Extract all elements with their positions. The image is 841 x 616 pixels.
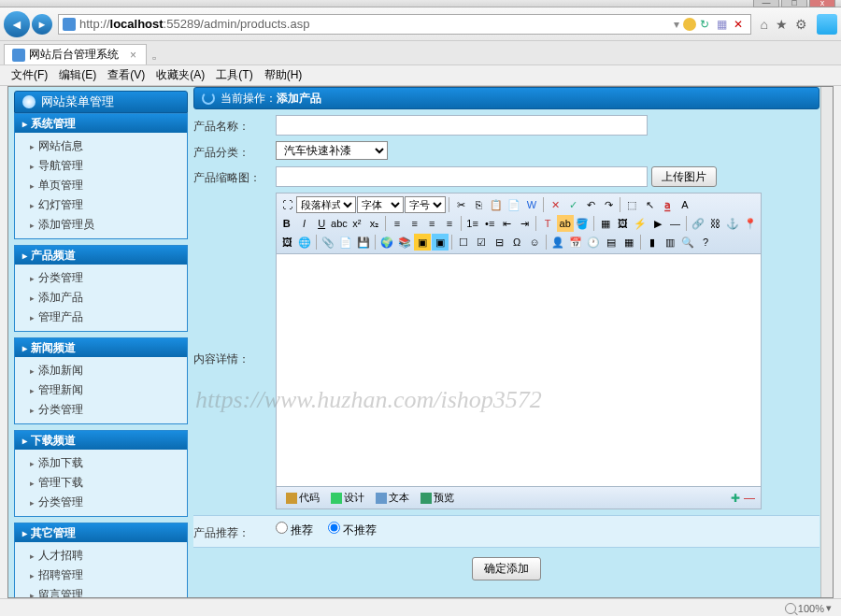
editor-collapse-icon[interactable]: — — [742, 492, 757, 505]
cut-icon[interactable]: ✂ — [452, 196, 469, 213]
indent-icon[interactable]: ⇥ — [517, 215, 534, 232]
outdent-icon[interactable]: ⇤ — [499, 215, 516, 232]
library-icon[interactable]: 📚 — [396, 234, 413, 251]
editor-tab-code[interactable]: 代码 — [280, 489, 325, 507]
form-icon[interactable]: ☐ — [455, 234, 472, 251]
paragraph-style-select[interactable]: 段落样式 — [296, 196, 356, 213]
close-window-button[interactable]: x — [809, 0, 835, 7]
home-icon[interactable]: ⌂ — [761, 17, 768, 32]
italic-icon[interactable]: I — [296, 215, 313, 232]
sidebar-item[interactable]: 留言管理 — [21, 585, 181, 597]
stop-icon[interactable]: ✕ — [734, 18, 747, 31]
text-color-icon[interactable]: T — [539, 215, 556, 232]
sidebar-group-header[interactable]: 产品频道 — [15, 246, 187, 265]
align-justify-icon[interactable]: ≡ — [441, 215, 458, 232]
new-tab-button[interactable]: ▫ — [147, 51, 162, 64]
subscript-icon[interactable]: x₂ — [366, 215, 383, 232]
align-left-icon[interactable]: ≡ — [389, 215, 406, 232]
save-icon[interactable]: 💾 — [355, 234, 372, 251]
clear-format-icon[interactable]: A — [677, 196, 693, 213]
person-icon[interactable]: 👤 — [549, 234, 566, 251]
sidebar-item[interactable]: 管理下载 — [21, 473, 181, 493]
split-icon[interactable]: ⊟ — [491, 234, 507, 251]
editor-body[interactable] — [277, 254, 761, 486]
browser-tab[interactable]: 网站后台管理系统 × — [4, 44, 147, 64]
sidebar-item[interactable]: 分类管理 — [21, 268, 181, 288]
sidebar-item[interactable]: 单页管理 — [21, 176, 181, 195]
pointer-icon[interactable]: ↖ — [641, 196, 658, 213]
gallery-icon[interactable]: 🖼 — [278, 234, 295, 251]
sidebar-group-header[interactable]: 下载频道 — [15, 431, 187, 450]
sidebar-item[interactable]: 人才招聘 — [21, 546, 181, 566]
image-insert-icon[interactable]: 🖼 — [615, 215, 632, 232]
upload-image-button[interactable]: 上传图片 — [651, 166, 717, 187]
refresh-icon[interactable]: ↻ — [700, 18, 713, 31]
editor-tab-design[interactable]: 设计 — [325, 489, 370, 507]
select-icon[interactable]: ⬚ — [623, 196, 640, 213]
list-ol-icon[interactable]: 1≡ — [464, 215, 481, 232]
strike-icon[interactable]: abc — [331, 215, 348, 232]
list-ul-icon[interactable]: •≡ — [481, 215, 498, 232]
editor-tab-text[interactable]: 文本 — [370, 489, 415, 507]
menu-tools[interactable]: 工具(T) — [210, 67, 258, 83]
bold-icon[interactable]: B — [278, 215, 295, 232]
underline-icon[interactable]: U — [313, 215, 330, 232]
address-bar[interactable]: http://localhost:55289/admin/products.as… — [58, 14, 751, 35]
omega-icon[interactable]: Ω — [508, 234, 525, 251]
submit-button[interactable]: 确定添加 — [472, 557, 541, 580]
sidebar-group-header[interactable]: 新闻频道 — [15, 338, 187, 357]
redo2-icon[interactable]: ↷ — [600, 196, 617, 213]
menu-edit[interactable]: 编辑(E) — [53, 67, 102, 83]
zoom-level[interactable]: 100% — [798, 603, 824, 614]
bucket-icon[interactable]: 🪣 — [575, 215, 592, 232]
sidebar-item[interactable]: 导航管理 — [21, 156, 181, 176]
font-size-select[interactable]: 字号 — [405, 196, 446, 213]
fullscreen-icon[interactable]: ⛶ — [278, 196, 295, 213]
anchor-icon[interactable]: ⚓ — [725, 215, 742, 232]
paste-icon[interactable]: 📋 — [488, 196, 505, 213]
widget1-icon[interactable]: ▣ — [414, 234, 431, 251]
bg-color-icon[interactable]: ab — [557, 215, 574, 232]
forward-button[interactable]: ► — [32, 14, 52, 35]
close-tab-icon[interactable]: × — [128, 49, 138, 62]
security-warn-icon[interactable] — [683, 18, 696, 31]
font-family-select[interactable]: 字体 — [357, 196, 404, 213]
radio-recommend-yes[interactable]: 推荐 — [276, 523, 313, 537]
tools-icon[interactable]: ⚙ — [795, 17, 807, 32]
sidebar-item[interactable]: 幻灯管理 — [21, 195, 181, 215]
widget2-icon[interactable]: ▣ — [432, 234, 449, 251]
menu-help[interactable]: 帮助(H) — [259, 67, 308, 83]
align-right-icon[interactable]: ≡ — [423, 215, 440, 232]
date-icon[interactable]: 📅 — [567, 234, 584, 251]
superscript-icon[interactable]: x² — [349, 215, 365, 232]
sidebar-group-header[interactable]: 其它管理 — [15, 523, 187, 542]
zoom-in-icon[interactable]: 🔍 — [679, 234, 696, 251]
flash-icon[interactable]: ⚡ — [632, 215, 649, 232]
checkbox-icon[interactable]: ☑ — [473, 234, 490, 251]
help-icon[interactable]: ? — [697, 234, 714, 251]
sidebar-item[interactable]: 添加下载 — [21, 453, 181, 473]
sidebar-item[interactable]: 添加产品 — [21, 288, 181, 308]
sidebar-item[interactable]: 添加新闻 — [21, 361, 181, 380]
table-icon[interactable]: ▦ — [597, 215, 614, 232]
product-category-select[interactable]: 汽车快速补漆 — [276, 141, 388, 160]
paste-word-icon[interactable]: W — [523, 196, 540, 213]
compat-icon[interactable]: ▦ — [717, 18, 730, 31]
refresh-crumb-icon[interactable] — [202, 92, 215, 105]
file-icon[interactable]: 📄 — [337, 234, 354, 251]
favorites-icon[interactable]: ★ — [776, 17, 788, 32]
sidebar-item[interactable]: 管理产品 — [21, 308, 181, 327]
undo-icon[interactable]: ✓ — [564, 196, 581, 213]
zoom-icon[interactable] — [785, 603, 796, 614]
menu-view[interactable]: 查看(V) — [102, 67, 150, 83]
delete-icon[interactable]: ✕ — [547, 196, 563, 213]
block-icon[interactable]: ▮ — [644, 234, 661, 251]
back-button[interactable]: ◄ — [4, 11, 30, 37]
align-center-icon[interactable]: ≡ — [406, 215, 423, 232]
menu-favorites[interactable]: 收藏夹(A) — [150, 67, 210, 83]
accelerator-icon[interactable] — [817, 14, 837, 35]
smiley-icon[interactable]: ☺ — [526, 234, 543, 251]
dropdown-icon[interactable]: ▾ — [674, 18, 679, 31]
map-icon[interactable]: 📍 — [742, 215, 759, 232]
sidebar-item[interactable]: 分类管理 — [21, 400, 181, 420]
